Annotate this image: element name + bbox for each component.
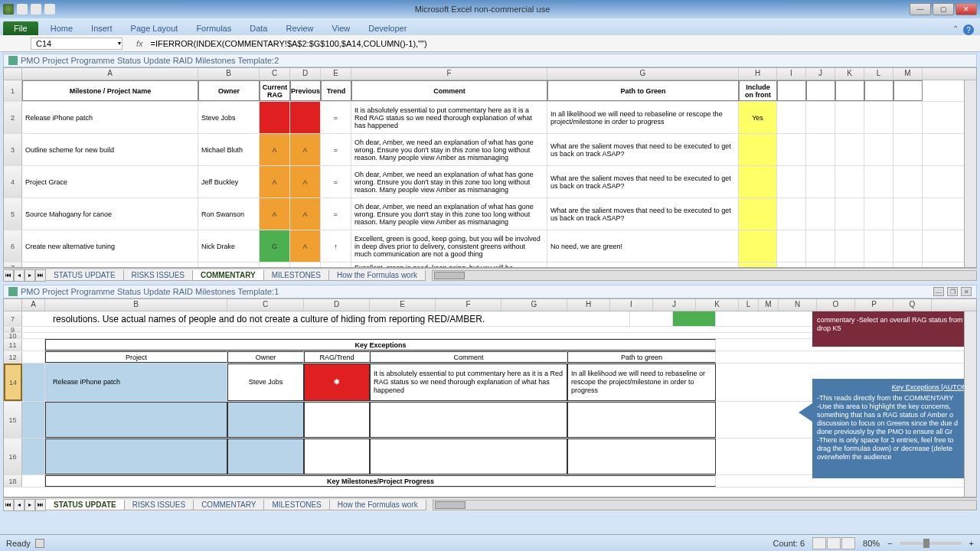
intro-text[interactable]: resolutions. Use actual names of people … [22,311,630,326]
cell[interactable]: A [260,198,290,230]
cell[interactable] [835,102,864,133]
col-header-C[interactable]: C [260,68,290,80]
cell[interactable]: = [321,198,351,230]
cell[interactable]: What are the salient moves that need to … [547,166,739,197]
cell[interactable]: ↑ [321,230,351,262]
tab-nav-first[interactable]: ⏮ [3,269,14,282]
col-header-A[interactable]: A [22,68,198,80]
vertical-scrollbar[interactable] [964,80,976,267]
wb-restore[interactable]: ❐ [947,287,958,296]
cell[interactable] [777,198,806,230]
select-all-corner-2[interactable] [4,299,22,311]
ke-comment[interactable]: It is absolutely essential to put commen… [370,364,567,401]
cell[interactable] [806,262,835,268]
ke-col-header[interactable]: Path to green [567,351,716,363]
cell[interactable] [864,166,893,197]
vertical-scrollbar-2[interactable] [964,311,976,497]
workbook1-grid[interactable]: ABCDEFGHIJKLM 1Milestone / Project NameO… [3,67,977,268]
header-cell[interactable] [864,80,893,101]
ke-col-header[interactable]: Owner [227,351,304,363]
horizontal-scrollbar[interactable] [432,270,977,281]
row-header[interactable]: 16 [4,439,22,474]
cell[interactable]: Jeff Buckley [198,166,260,197]
sheet-tab[interactable]: How the Formulas work [329,500,426,510]
cell[interactable]: G [260,230,290,262]
cell[interactable] [893,102,923,133]
formula-input[interactable]: =IFERROR(INDEX(COMMENTARY!$A$2:$G$100,$A… [148,38,980,49]
cell[interactable]: Release iPhone patch [22,102,198,133]
col-header-E[interactable]: E [370,299,436,311]
save-button[interactable] [17,4,28,15]
cell[interactable]: Excellent, green is good, keep going, bu… [351,262,547,268]
col-header-O[interactable]: O [817,299,855,311]
sheet-tab[interactable]: COMMENTARY [192,270,264,281]
cell[interactable] [893,134,923,165]
sheet-tab[interactable]: MILESTONES [263,270,329,281]
zoom-in-icon[interactable]: + [969,539,974,548]
ke-col-header[interactable]: Project [45,351,227,363]
cell[interactable]: Nick Drake [198,230,260,262]
cell[interactable] [806,198,835,230]
tab-nav-next-2[interactable]: ▸ [24,499,35,511]
col-header-I[interactable]: I [777,68,806,80]
col-header-D[interactable]: D [290,68,321,80]
tab-formulas[interactable]: Formulas [187,21,240,35]
sheet-tab[interactable]: RISKS ISSUES [123,270,193,281]
cell[interactable] [777,230,806,262]
cell[interactable]: Create new alternative tuning [22,230,198,262]
cell[interactable] [806,166,835,197]
row-header[interactable]: 18 [4,475,22,487]
col-header-N[interactable]: N [779,299,817,311]
tab-home[interactable]: Home [41,21,82,35]
col-header-C[interactable]: C [227,299,304,311]
key-milestones-header[interactable]: Key Milestones/Project Progress [45,475,716,487]
ke-project[interactable]: Release iPhone patch [45,364,227,401]
cell[interactable]: A [290,230,321,262]
cell[interactable] [22,262,198,268]
tab-developer[interactable]: Developer [359,21,416,35]
zoom-slider[interactable] [900,542,962,545]
cell[interactable] [198,262,260,268]
cell[interactable]: Project Grace [22,166,198,197]
cell[interactable] [290,262,321,268]
zoom-level[interactable]: 80% [863,539,880,548]
cell[interactable] [806,102,835,133]
col-header-D[interactable]: D [304,299,370,311]
col-header-J[interactable]: J [653,299,696,311]
cell[interactable] [835,230,864,262]
col-header-G[interactable]: G [547,68,739,80]
cell[interactable]: Michael Bluth [198,134,260,165]
ke-col-header[interactable]: RAG/Trend [304,351,370,363]
ke-owner[interactable]: Steve Jobs [227,364,304,401]
ke-col-header[interactable]: Comment [370,351,567,363]
view-page-break[interactable] [841,537,855,549]
cell[interactable]: It is absolutely essential to put commen… [351,102,547,133]
name-box[interactable]: C14 [31,37,122,50]
tab-nav-last[interactable]: ⏭ [35,269,46,282]
ke-path[interactable]: In all likelihood we will need to rebase… [567,364,716,401]
tab-nav-last-2[interactable]: ⏭ [35,499,46,511]
cell[interactable]: What are the salient moves that need to … [547,134,739,165]
cell[interactable] [835,262,864,268]
tab-data[interactable]: Data [240,21,276,35]
cell[interactable] [739,134,777,165]
header-cell[interactable]: Current RAG [260,80,290,101]
cell[interactable]: A [290,198,321,230]
cell[interactable] [806,230,835,262]
cell[interactable] [864,262,893,268]
cell[interactable]: Steve Jobs [198,102,260,133]
col-header-H[interactable]: H [739,68,777,80]
cell[interactable]: Yes [739,102,777,133]
col-header-Q[interactable]: Q [893,299,932,311]
col-header-K[interactable]: K [696,299,739,311]
cell[interactable]: = [321,166,351,197]
cell[interactable] [864,134,893,165]
col-header-M[interactable]: M [759,299,779,311]
cell[interactable]: Oh dear, Amber, we need an explanation o… [351,134,547,165]
row-header[interactable]: 7 [4,311,22,326]
cell[interactable]: Outline scheme for new build [22,134,198,165]
cell[interactable]: No need, we are green! [547,230,739,262]
status-macro-icon[interactable] [35,539,44,548]
cell[interactable]: A [260,166,290,197]
sheet-tab[interactable]: RISKS ISSUES [124,500,194,510]
